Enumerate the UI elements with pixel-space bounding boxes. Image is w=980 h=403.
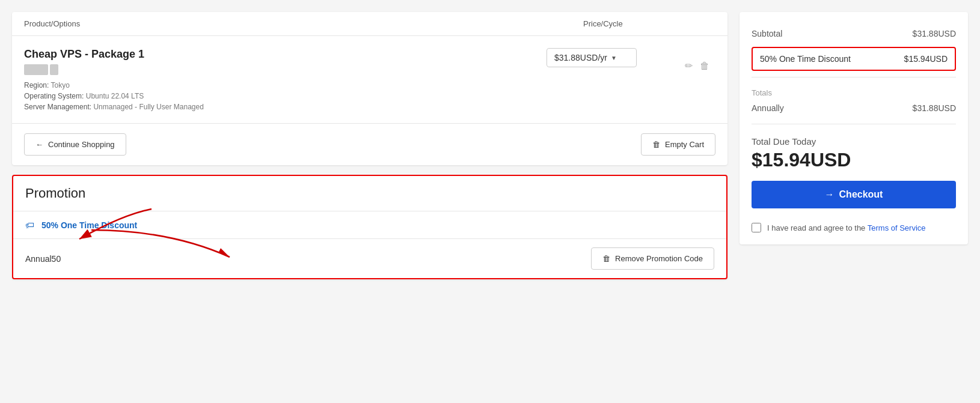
arrow-annotation-discount (73, 224, 254, 266)
continue-shopping-button[interactable]: ← Continue Shopping (24, 133, 126, 156)
col-product-header: Product/Options (24, 19, 583, 28)
empty-cart-label: Empty Cart (665, 140, 704, 149)
chevron-down-icon: ▼ (611, 55, 617, 61)
subtotal-label: Subtotal (752, 29, 782, 38)
remove-promotion-label: Remove Promotion Code (615, 254, 703, 263)
terms-link[interactable]: Terms of Service (868, 223, 926, 232)
cart-header: Product/Options Price/Cycle (12, 12, 727, 36)
cart-item-product: Cheap VPS - Package 1 Region: Tokyo Oper… (24, 48, 547, 111)
os-detail: Operating System: Ubuntu 22.04 LTS (24, 92, 547, 100)
annually-value: $31.88USD (913, 103, 956, 113)
mgmt-detail: Server Management: Unmanaged - Fully Use… (24, 103, 547, 111)
cart-footer: ← Continue Shopping 🗑 Empty Cart (12, 124, 727, 165)
annually-label: Annually (752, 103, 784, 113)
col-price-header: Price/Cycle (583, 19, 715, 28)
totals-section-label: Totals (752, 83, 956, 98)
checkout-button[interactable]: → Checkout (752, 181, 956, 208)
discount-value: $15.94USD (904, 54, 948, 64)
annually-row: Annually $31.88USD (752, 98, 956, 118)
tag-icon: 🏷 (25, 220, 34, 230)
left-panel: Product/Options Price/Cycle Cheap VPS - … (12, 12, 727, 279)
divider-1 (752, 77, 956, 77)
cart-card: Product/Options Price/Cycle Cheap VPS - … (12, 12, 727, 165)
price-dropdown[interactable]: $31.88USD/yr ▼ (547, 48, 637, 67)
cart-item-row: Cheap VPS - Package 1 Region: Tokyo Oper… (12, 36, 727, 124)
trash-icon-promo: 🗑 (602, 254, 610, 263)
edit-icon[interactable]: ✏ (685, 60, 693, 71)
region-detail: Region: Tokyo (24, 81, 547, 89)
total-due-label: Total Due Today (752, 136, 956, 147)
discount-row: 50% One Time Discount $15.94USD (752, 47, 956, 71)
checkout-label: Checkout (839, 189, 883, 200)
product-image (24, 64, 58, 75)
terms-row: I have read and agree to the Terms of Se… (752, 214, 956, 232)
summary-card: Subtotal $31.88USD 50% One Time Discount… (740, 12, 968, 244)
promotion-title: Promotion (13, 176, 726, 211)
cart-item-price: $31.88USD/yr ▼ (547, 48, 679, 67)
discount-label: 50% One Time Discount (760, 54, 851, 64)
subtotal-value: $31.88USD (913, 29, 956, 38)
empty-cart-button[interactable]: 🗑 Empty Cart (641, 133, 715, 156)
delete-icon[interactable]: 🗑 (700, 61, 709, 71)
terms-text: I have read and agree to the Terms of Se… (767, 223, 926, 232)
subtotal-row: Subtotal $31.88USD (752, 24, 956, 43)
total-due-amount: $15.94USD (752, 149, 956, 171)
arrow-left-icon: ← (35, 140, 43, 149)
cart-item-actions: ✏ 🗑 (679, 48, 715, 83)
price-value: $31.88USD/yr (554, 53, 607, 62)
divider-2 (752, 124, 956, 124)
promotion-card: Promotion 🏷 50% One Time Discount Annual… (12, 175, 727, 279)
terms-checkbox[interactable] (752, 223, 761, 232)
total-due-section: Total Due Today $15.94USD → Checkout (752, 130, 956, 214)
checkout-arrow-icon: → (825, 189, 835, 200)
product-details: Region: Tokyo Operating System: Ubuntu 2… (24, 81, 547, 111)
promo-code-text: Annual50 (25, 254, 61, 264)
product-name: Cheap VPS - Package 1 (24, 48, 547, 61)
continue-shopping-label: Continue Shopping (48, 140, 115, 149)
trash-icon: 🗑 (652, 140, 660, 149)
right-panel: Subtotal $31.88USD 50% One Time Discount… (740, 12, 968, 279)
remove-promotion-button[interactable]: 🗑 Remove Promotion Code (591, 247, 714, 270)
